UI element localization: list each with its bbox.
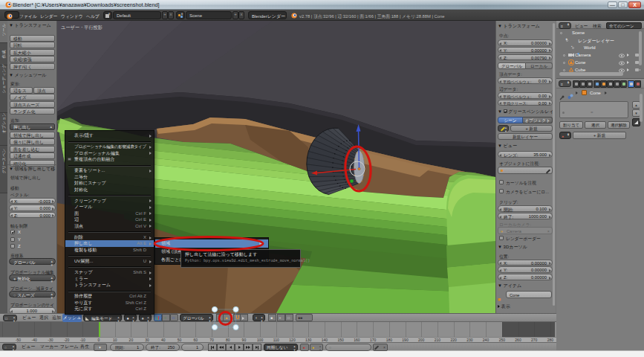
svg-text:ユーザー・平行投影: ユーザー・平行投影 <box>61 25 103 30</box>
